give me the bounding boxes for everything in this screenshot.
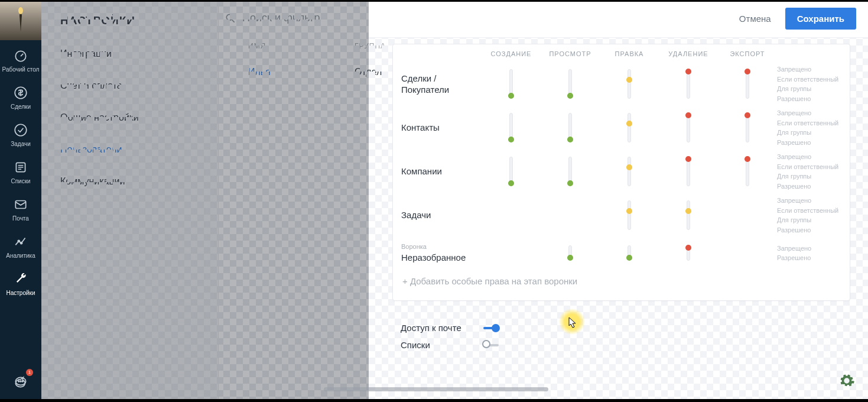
permission-slider[interactable] — [624, 200, 635, 230]
permission-slider[interactable] — [565, 245, 576, 261]
permission-cell[interactable] — [600, 113, 659, 142]
add-stage-permissions[interactable]: + Добавить особые права на этап воронки — [393, 269, 850, 293]
permission-cell[interactable] — [541, 69, 600, 99]
permission-slider[interactable] — [683, 113, 694, 142]
col-delete: УДАЛЕНИЕ — [659, 50, 718, 57]
nav-label: Почта — [12, 215, 29, 222]
permission-slider[interactable] — [624, 157, 635, 186]
permission-cell[interactable] — [659, 113, 718, 142]
permission-cell[interactable] — [600, 245, 659, 261]
permission-row: КомпанииЗапрещеноЕсли ответственныйДля г… — [393, 150, 850, 193]
permission-row: ЗадачиЗапрещеноЕсли ответственныйДля гру… — [393, 193, 850, 237]
horizontal-scrollbar[interactable] — [324, 387, 548, 391]
nav-item-dashboard[interactable]: Рабочий стол — [0, 40, 41, 77]
app-logo[interactable] — [0, 0, 41, 40]
permission-slider[interactable] — [624, 69, 635, 99]
permission-legend: ЗапрещеноЕсли ответственныйДля группыРаз… — [777, 64, 850, 103]
permission-slider[interactable] — [565, 69, 576, 99]
settings-item-users[interactable]: Пользователи — [41, 134, 218, 166]
settings-item-billing[interactable]: Счет и оплата — [41, 70, 218, 102]
permission-slider[interactable] — [742, 113, 753, 142]
nav-label: Списки — [11, 178, 30, 184]
permission-cell[interactable] — [600, 200, 659, 230]
nav-item-analytics[interactable]: Аналитика — [0, 226, 41, 264]
permission-cell[interactable] — [541, 245, 600, 261]
permission-cell[interactable] — [600, 69, 659, 99]
permission-cell[interactable] — [718, 157, 777, 186]
permission-legend: ЗапрещеноРазрешено — [777, 244, 850, 263]
permission-row: КонтактыЗапрещеноЕсли ответственныйДля г… — [393, 106, 850, 150]
permission-cell[interactable] — [718, 113, 777, 142]
svg-rect-5 — [15, 201, 25, 209]
col-create: СОЗДАНИЕ — [482, 50, 541, 57]
permission-slider[interactable] — [683, 69, 694, 99]
permission-cell[interactable] — [718, 69, 777, 99]
permission-cell[interactable] — [659, 245, 718, 261]
svg-point-9 — [18, 381, 19, 382]
left-nav: Рабочий стол Сделки Задачи Списки Почта … — [0, 0, 41, 402]
permission-row-label: Компании — [393, 166, 482, 177]
permission-slider[interactable] — [742, 69, 753, 99]
nav-item-deals[interactable]: Сделки — [0, 77, 41, 115]
nav-label: Задачи — [11, 141, 31, 147]
chart-icon — [13, 232, 28, 251]
toggle-mail[interactable] — [482, 323, 500, 333]
nav-item-mail[interactable]: Почта — [0, 189, 41, 226]
permission-slider[interactable] — [624, 113, 635, 142]
permission-slider[interactable] — [506, 157, 516, 186]
col-export: ЭКСПОРТ — [718, 50, 777, 57]
permission-slider[interactable] — [742, 157, 753, 186]
permission-legend: ЗапрещеноЕсли ответственныйДля группыРаз… — [777, 196, 850, 235]
nav-label: Аналитика — [6, 252, 35, 259]
drawer-header: Отмена Сохранить — [369, 0, 868, 38]
permission-row: Сделки / ПокупателиЗапрещеноЕсли ответст… — [393, 62, 850, 106]
permission-slider[interactable] — [506, 113, 516, 142]
settings-item-communications[interactable]: Коммуникации — [41, 166, 218, 197]
permission-cell[interactable] — [600, 157, 659, 186]
cancel-button[interactable]: Отмена — [736, 9, 775, 28]
nav-item-settings[interactable]: Настройки — [0, 264, 41, 301]
permission-legend: ЗапрещеноЕсли ответственныйДля группыРаз… — [777, 152, 850, 191]
settings-item-integrations[interactable]: Интеграции — [41, 38, 218, 70]
user-permissions-drawer: Отмена Сохранить СОЗДАНИЕ ПРОСМОТР ПРАВК… — [369, 0, 850, 402]
chat-badge: 1 — [26, 369, 33, 376]
permission-slider[interactable] — [565, 113, 576, 142]
permission-slider[interactable] — [683, 200, 694, 230]
permission-cell[interactable] — [482, 69, 541, 99]
cursor-icon — [568, 317, 577, 329]
permission-cell[interactable] — [482, 113, 541, 142]
permission-cell[interactable] — [659, 200, 718, 230]
user-name: Илья — [248, 67, 355, 77]
chat-icon — [13, 372, 28, 391]
nav-item-tasks[interactable]: Задачи — [0, 115, 41, 152]
nav-item-chat[interactable]: 1 — [0, 367, 41, 402]
permissions-header-row: СОЗДАНИЕ ПРОСМОТР ПРАВКА УДАЛЕНИЕ ЭКСПОР… — [393, 44, 850, 62]
torch-icon — [15, 7, 27, 33]
permission-slider[interactable] — [683, 245, 694, 261]
permission-cell[interactable] — [482, 157, 541, 186]
permission-slider[interactable] — [683, 157, 694, 186]
toggle-mail-label: Доступ к почте — [401, 323, 466, 333]
check-circle-icon — [13, 121, 28, 140]
svg-point-10 — [20, 381, 21, 382]
settings-item-general[interactable]: Общие настройки — [41, 102, 218, 134]
frame-bottom — [0, 399, 868, 402]
save-button[interactable]: Сохранить — [785, 8, 856, 30]
toggle-lists[interactable] — [482, 341, 500, 350]
permission-cell[interactable] — [541, 157, 600, 186]
permission-slider[interactable] — [506, 69, 516, 99]
permission-cell[interactable] — [659, 157, 718, 186]
permission-slider[interactable] — [624, 245, 635, 261]
permissions-card: СОЗДАНИЕ ПРОСМОТР ПРАВКА УДАЛЕНИЕ ЭКСПОР… — [392, 44, 850, 301]
frame-top — [0, 0, 868, 2]
permission-row-label: Задачи — [393, 209, 482, 221]
permission-slider[interactable] — [565, 157, 576, 186]
toggle-row-lists: Списки — [392, 336, 850, 354]
svg-point-3 — [15, 124, 27, 136]
permission-row-label: ВоронкаНеразобранное — [393, 242, 482, 264]
gear-icon[interactable] — [838, 372, 855, 389]
nav-item-lists[interactable]: Списки — [0, 152, 41, 189]
permission-cell[interactable] — [541, 113, 600, 142]
col-edit: ПРАВКА — [600, 50, 659, 57]
permission-cell[interactable] — [659, 69, 718, 99]
